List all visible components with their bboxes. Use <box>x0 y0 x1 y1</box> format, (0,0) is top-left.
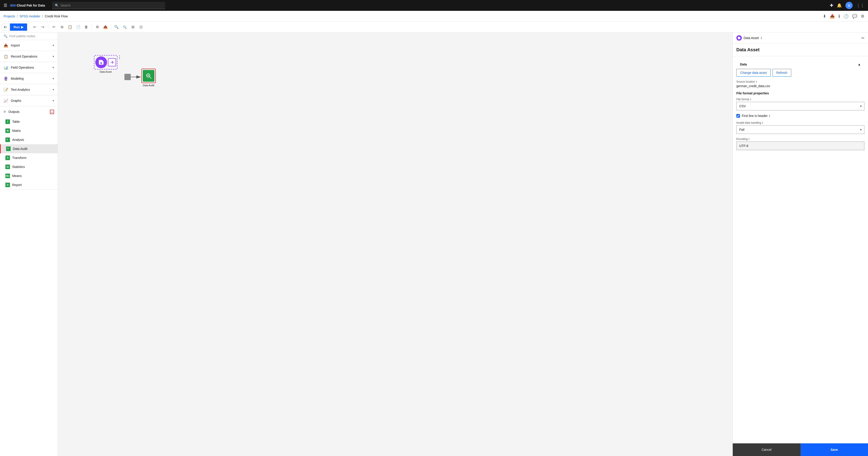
table-item-icon: T <box>5 120 10 124</box>
paste-button[interactable]: 📄 <box>74 24 82 31</box>
sidebar-section-header-import[interactable]: 📥 Import ▾ <box>0 40 58 51</box>
first-line-header-info-icon[interactable]: ℹ <box>769 114 770 118</box>
panel-edit-icon[interactable]: ✏ <box>862 36 864 40</box>
cancel-button[interactable]: Cancel <box>733 443 801 456</box>
sidebar-item-statistics[interactable]: St Statistics <box>0 162 58 171</box>
invalid-data-label: Invalid data handling ℹ <box>736 121 864 124</box>
panel-data-section-header[interactable]: Data ▲ <box>736 60 864 69</box>
comment-icon[interactable]: 💬 <box>852 14 857 19</box>
flow-canvas[interactable]: ⋮ Data Asset <box>58 33 733 456</box>
text-analytics-section-label: Text Analytics <box>11 88 50 91</box>
data-asset-selection-border: ⋮ <box>94 55 117 69</box>
first-line-header-row[interactable]: First line is header ℹ <box>736 114 864 118</box>
refresh-button[interactable]: Refresh <box>773 69 791 76</box>
download-icon[interactable]: 📥 <box>830 14 835 19</box>
file-format-select[interactable]: CSV Excel JSON Parquet <box>736 102 864 110</box>
breadcrumb-spss[interactable]: SPSS modeler <box>20 14 40 18</box>
redo-button[interactable]: ↪ <box>39 24 46 31</box>
first-line-header-checkbox[interactable] <box>736 114 740 118</box>
sidebar-section-header-record-ops[interactable]: 📋 Record Operations ▾ <box>0 51 58 62</box>
run-button[interactable]: Run ▶ <box>10 24 27 31</box>
cut-button[interactable]: ✂ <box>50 24 57 31</box>
sidebar-item-data-audit[interactable]: 🔍 Data Audit <box>0 144 58 153</box>
text-analytics-section-icon: 📝 <box>4 88 8 92</box>
paste-from-button[interactable]: 📋 <box>66 24 73 31</box>
palette-search-input[interactable] <box>9 34 54 38</box>
sidebar-section-header-text-analytics[interactable]: 📝 Text Analytics ▾ <box>0 84 58 95</box>
undo-button[interactable]: ↩ <box>31 24 38 31</box>
breadcrumb-sep1: / <box>17 14 18 18</box>
palette-search[interactable]: 🔍 <box>0 33 58 40</box>
sidebar-item-analysis[interactable]: 🔍 Analysis <box>0 135 58 144</box>
pipeline-props-button[interactable]: ⚙ <box>94 24 101 31</box>
svg-rect-3 <box>5 28 7 28</box>
info-icon[interactable]: ℹ <box>838 14 840 19</box>
breadcrumb-projects[interactable]: Projects <box>4 14 15 18</box>
history-icon[interactable]: 🕐 <box>844 14 848 19</box>
sidebar-item-matrix[interactable]: M Matrix <box>0 126 58 135</box>
brand-ibm: IBM <box>10 4 16 7</box>
outputs-collapse-icon[interactable]: ▴ <box>50 110 54 114</box>
sidebar-section-header-outputs[interactable]: ≡ Outputs ▴ <box>0 106 58 117</box>
source-location-info-icon[interactable]: ℹ <box>756 80 757 83</box>
means-green-icon: Mn <box>5 173 10 178</box>
modeling-chevron-icon: ▾ <box>53 77 54 80</box>
encoding-label: Encoding ℹ <box>736 137 864 141</box>
user-avatar[interactable]: U <box>845 2 852 9</box>
sidebar-section-header-modeling[interactable]: 🔮 Modeling ▾ <box>0 73 58 84</box>
record-ops-chevron-icon: ▾ <box>53 55 54 58</box>
version-icon[interactable]: ⬇ <box>823 14 826 19</box>
panel-info-icon[interactable]: ℹ <box>761 36 762 40</box>
file-format-info-icon[interactable]: ℹ <box>750 98 751 101</box>
zoom-page-button[interactable]: ⊡ <box>137 24 145 31</box>
brand-product: Cloud Pak for Data <box>17 4 45 7</box>
add-icon[interactable]: ✚ <box>830 3 833 8</box>
run-label: Run <box>13 25 20 29</box>
node-context-menu-icon[interactable]: ⋮ <box>117 55 122 60</box>
encoding-info-icon[interactable]: ℹ <box>748 137 750 141</box>
zoom-in-button[interactable]: 🔍 <box>113 24 120 31</box>
notification-icon[interactable]: 🔔 <box>837 3 842 8</box>
sidebar-item-table[interactable]: T Table <box>0 117 58 126</box>
panel-main-title-section: Data Asset <box>733 43 868 56</box>
data-asset-node-icon <box>95 57 107 68</box>
save-button[interactable]: Save <box>801 443 868 456</box>
encoding-input[interactable] <box>736 141 864 150</box>
zoom-out-button[interactable]: 🔍 <box>121 24 128 31</box>
sidebar-item-transform[interactable]: Tr Transform <box>0 153 58 162</box>
canvas-node-data-audit[interactable]: Data Audit <box>142 69 156 87</box>
record-ops-section-icon: 📋 <box>4 55 8 59</box>
file-format-properties-title: File format properties <box>736 91 864 95</box>
invalid-data-info-icon[interactable]: ℹ <box>762 121 763 124</box>
zoom-fit-button[interactable]: ⊞ <box>129 24 136 31</box>
global-search-bar[interactable]: 🔍 <box>52 2 165 9</box>
sidebar-section-import: 📥 Import ▾ <box>0 40 58 51</box>
file-format-group: File format ℹ CSV Excel JSON Parquet ▾ <box>736 98 864 110</box>
search-input[interactable] <box>61 4 162 7</box>
data-section-collapse-icon: ▲ <box>858 63 861 66</box>
file-format-select-wrapper: CSV Excel JSON Parquet ▾ <box>736 102 864 110</box>
field-ops-chevron-icon: ▾ <box>53 66 54 69</box>
copy-button[interactable]: ⧉ <box>58 24 65 31</box>
sidebar-item-label-report: Report <box>12 183 22 187</box>
data-asset-next-arrow <box>108 58 116 66</box>
outputs-section-label: Outputs <box>8 110 47 113</box>
sidebar-section-header-graphs[interactable]: 📈 Graphs ▾ <box>0 95 58 106</box>
hamburger-menu[interactable]: ☰ <box>4 3 7 8</box>
sidebar-section-field-ops: 📊 Field Operations ▾ <box>0 62 58 73</box>
export-button[interactable]: 📤 <box>102 24 109 31</box>
split-icon[interactable]: ⚙ <box>861 14 864 19</box>
sidebar-item-report[interactable]: R Report <box>0 181 58 189</box>
grid-icon[interactable]: ⋮⋮ <box>856 3 864 8</box>
sidebar-section-header-field-ops[interactable]: 📊 Field Operations ▾ <box>0 62 58 73</box>
sidebar-item-means[interactable]: Mn Means <box>0 171 58 181</box>
change-data-asset-button[interactable]: Change data asset <box>736 69 771 76</box>
breadcrumb-bar: Projects / SPSS modeler / Credit Risk Fl… <box>0 11 868 22</box>
delete-button[interactable]: 🗑 <box>83 24 90 31</box>
report-item-icon: R <box>5 183 10 187</box>
canvas-node-data-asset[interactable]: ⋮ Data Asset <box>94 55 117 73</box>
play-icon: ▶ <box>21 25 24 29</box>
invalid-data-select[interactable]: Fail Discard Replace with null <box>736 125 864 134</box>
collapse-palette-button[interactable] <box>2 24 9 31</box>
sidebar-item-label-data-audit: Data Audit <box>13 147 28 151</box>
